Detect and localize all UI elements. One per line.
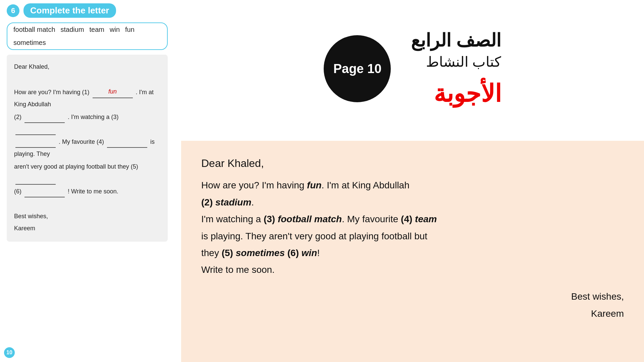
page-number-bottom: 10 [4,347,15,358]
word-bank-item-5: fun [125,26,135,34]
answer-word4: team [415,214,437,224]
answer-sign1: Best wishes, [201,289,624,305]
page-circle: Page 10 [324,35,391,102]
right-top-section: Page 10 الصف الرابع كتاب النشاط الأجوبة [181,0,644,137]
word-bank-item-6: sometimes [13,39,46,47]
arabic-answers: الأجوبة [434,79,501,108]
letter-line-3: . My favourite (4) is playing. They [14,136,160,160]
blank-3b [15,147,56,148]
arabic-labels: الصف الرابع كتاب النشاط الأجوبة [411,30,501,108]
answer-body: How are you? I'm having fun. I'm at King… [201,177,624,278]
exercise-number: 6 [7,4,19,17]
blank-1: fun [93,85,133,98]
answer-word5: sometimes [236,248,285,258]
letter-line-5: (6) ! Write to me soon. [14,185,160,197]
letter-sign-1: Best wishes, [14,210,160,222]
word-bank: football match stadium team win fun some… [7,22,168,50]
arabic-grade: الصف الرابع [411,30,501,51]
letter-box: Dear Khaled, How are you? I'm having (1)… [7,55,168,242]
answer-box: Dear Khaled, How are you? I'm having fun… [181,141,644,362]
answer-word2: stadium [215,197,251,207]
blank-1-answer: fun [108,88,117,95]
answer-line1: How are you? I'm having [201,180,307,190]
answer-line2b: . [251,197,254,207]
answer-num5: (5) [222,248,236,258]
answer-sign: Best wishes, Kareem [201,289,624,322]
exercise-header: 6 Complete the letter [7,3,168,18]
left-section: 6 Complete the letter football match sta… [0,0,174,362]
word-bank-item-1: football match [13,26,55,34]
answer-num6: (6) [285,248,302,258]
answer-greeting: Dear Khaled, [201,154,624,172]
answer-line3: I'm watching a [201,214,264,224]
answer-line4b: is playing. They aren't very good at pla… [201,231,427,241]
word-bank-item-4: win [110,26,120,34]
blank-3 [15,134,56,135]
blank-4 [107,147,147,148]
answer-num2: (2) [201,197,215,207]
blank-5 [15,184,56,185]
exercise-title: Complete the letter [23,3,116,18]
answer-sign2: Kareem [201,306,624,322]
letter-line-1: How are you? I'm having (1) fun . I'm at… [14,85,160,110]
answer-line3b: . My favourite [342,214,401,224]
answer-num4: (4) [401,214,415,224]
blank-2 [24,122,65,123]
answer-num3: (3) [264,214,278,224]
answer-line5: they [201,248,222,258]
word-bank-item-2: stadium [61,26,84,34]
answer-word1: fun [307,180,322,190]
answer-line5b: ! [317,248,320,258]
letter-line-4: aren't very good at playing football but… [14,161,160,185]
answer-line6: Write to me soon. [201,264,275,275]
letter-sign-2: Kareem [14,222,160,234]
answer-line1b: . I'm at King Abdullah [322,180,410,190]
letter-line-2: (2) . I'm watching a (3) [14,111,160,135]
answer-word3: football match [278,214,342,224]
letter-greeting: Dear Khaled, [14,61,160,73]
answer-word6: win [302,248,317,258]
word-bank-item-3: team [90,26,104,34]
blank-6 [24,197,65,197]
arabic-book: كتاب النشاط [426,54,501,70]
